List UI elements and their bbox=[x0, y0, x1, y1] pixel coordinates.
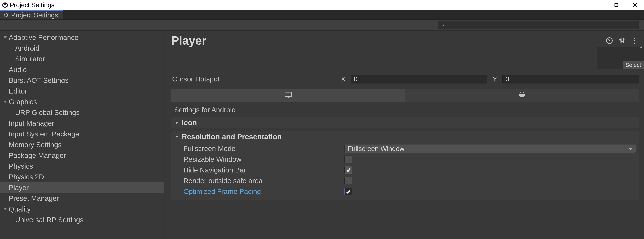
fullscreen-mode-dropdown[interactable]: Fullscreen Window bbox=[344, 144, 636, 153]
svg-point-17 bbox=[620, 39, 621, 40]
hide-nav-label: Hide Navigation Bar bbox=[184, 166, 344, 174]
settings-sidebar: Adaptive PerformanceAndroidSimulatorAudi… bbox=[0, 30, 164, 239]
sidebar-item-label: Preset Manager bbox=[9, 194, 59, 203]
platform-tab-standalone[interactable] bbox=[171, 89, 405, 102]
sidebar-item-quality[interactable]: Quality bbox=[0, 204, 164, 215]
sidebar-item-label: Universal RP Settings bbox=[15, 216, 84, 224]
svg-marker-32 bbox=[175, 136, 178, 138]
sidebar-item-label: Android bbox=[15, 44, 40, 52]
window-titlebar: Project Settings bbox=[0, 0, 644, 10]
sidebar-item-label: Adaptive Performance bbox=[9, 33, 78, 41]
optimized-pacing-label: Optimized Frame Pacing bbox=[184, 188, 344, 196]
select-button[interactable]: Select bbox=[623, 61, 644, 69]
section-icon-header[interactable]: Icon bbox=[171, 117, 639, 128]
hide-nav-checkbox[interactable] bbox=[344, 166, 352, 174]
sidebar-item-graphics[interactable]: Graphics bbox=[0, 97, 164, 107]
section-resolution: Resolution and Presentation Fullscreen M… bbox=[171, 131, 639, 200]
tab-strip: Project Settings ⋮ bbox=[0, 10, 644, 19]
tab-label: Project Settings bbox=[11, 11, 58, 19]
page-title: Player bbox=[171, 34, 602, 47]
sidebar-item-android[interactable]: Android bbox=[0, 43, 164, 54]
platform-tabs bbox=[171, 89, 639, 102]
svg-point-30 bbox=[522, 93, 523, 93]
svg-rect-28 bbox=[523, 97, 523, 98]
sidebar-item-label: Package Manager bbox=[9, 152, 66, 160]
sidebar-item-label: Player bbox=[9, 184, 29, 192]
resizable-window-row: Resizable Window bbox=[184, 154, 636, 165]
svg-point-13 bbox=[609, 42, 610, 42]
svg-marker-11 bbox=[4, 208, 7, 210]
cursor-hotspot-x-input[interactable] bbox=[351, 75, 487, 83]
chevron-right-icon bbox=[174, 120, 179, 125]
svg-marker-33 bbox=[629, 148, 632, 150]
help-button[interactable] bbox=[605, 36, 614, 45]
sidebar-item-audio[interactable]: Audio bbox=[0, 64, 164, 75]
kebab-icon: ⋮ bbox=[631, 37, 638, 44]
main-kebab-menu[interactable]: ⋮ bbox=[630, 36, 639, 45]
sidebar-item-input-manager[interactable]: Input Manager bbox=[0, 118, 164, 129]
sidebar-item-label: Input System Package bbox=[9, 130, 79, 138]
render-safe-checkbox[interactable] bbox=[344, 177, 352, 185]
tab-project-settings[interactable]: Project Settings bbox=[0, 10, 63, 19]
cursor-hotspot-row: Cursor Hotspot X Y bbox=[171, 74, 639, 84]
platform-caption: Settings for Android bbox=[171, 102, 639, 117]
svg-rect-26 bbox=[524, 94, 525, 96]
search-box[interactable] bbox=[438, 21, 639, 29]
sidebar-item-label: Input Manager bbox=[9, 119, 54, 127]
section-resolution-header[interactable]: Resolution and Presentation bbox=[171, 131, 639, 142]
chevron-down-icon bbox=[2, 98, 9, 105]
sidebar-item-label: Graphics bbox=[9, 98, 37, 106]
sidebar-item-editor[interactable]: Editor bbox=[0, 86, 164, 97]
sidebar-item-adaptive-performance[interactable]: Adaptive Performance bbox=[0, 32, 164, 43]
chevron-down-icon bbox=[174, 134, 179, 139]
section-icon-label: Icon bbox=[182, 118, 197, 127]
sidebar-item-label: URP Global Settings bbox=[15, 109, 80, 117]
minimize-button[interactable] bbox=[589, 0, 607, 10]
sidebar-item-label: Burst AOT Settings bbox=[9, 76, 68, 84]
sidebar-item-label: Editor bbox=[9, 87, 27, 95]
sidebar-item-universal-rp-settings[interactable]: Universal RP Settings bbox=[0, 215, 164, 225]
sidebar-item-urp-global-settings[interactable]: URP Global Settings bbox=[0, 107, 164, 118]
search-input[interactable] bbox=[446, 22, 636, 28]
search-strip bbox=[0, 19, 644, 30]
sidebar-item-physics-2d[interactable]: Physics 2D bbox=[0, 172, 164, 182]
sidebar-item-preset-manager[interactable]: Preset Manager bbox=[0, 193, 164, 204]
sidebar-item-physics[interactable]: Physics bbox=[0, 161, 164, 172]
fullscreen-mode-label: Fullscreen Mode bbox=[184, 145, 344, 153]
optimized-pacing-checkbox[interactable] bbox=[344, 188, 352, 196]
tab-kebab-menu[interactable]: ⋮ bbox=[636, 10, 644, 19]
cursor-hotspot-y-input[interactable] bbox=[502, 75, 639, 83]
resizable-window-checkbox[interactable] bbox=[344, 156, 352, 163]
sidebar-item-memory-settings[interactable]: Memory Settings bbox=[0, 139, 164, 150]
chevron-down-icon bbox=[629, 145, 632, 153]
sidebar-item-package-manager[interactable]: Package Manager bbox=[0, 150, 164, 161]
render-safe-label: Render outside safe area bbox=[184, 177, 344, 185]
window-title: Project Settings bbox=[10, 1, 589, 9]
hide-nav-row: Hide Navigation Bar bbox=[184, 165, 636, 176]
scroll-up-arrow[interactable] bbox=[639, 45, 643, 49]
resizable-window-label: Resizable Window bbox=[184, 155, 344, 163]
sidebar-item-burst-aot-settings[interactable]: Burst AOT Settings bbox=[0, 75, 164, 86]
texture-picker[interactable]: Select bbox=[597, 47, 644, 69]
sidebar-item-simulator[interactable]: Simulator bbox=[0, 54, 164, 64]
sidebar-item-input-system-package[interactable]: Input System Package bbox=[0, 129, 164, 139]
chevron-down-icon bbox=[2, 206, 9, 213]
maximize-button[interactable] bbox=[607, 0, 626, 10]
svg-rect-4 bbox=[615, 3, 618, 6]
sidebar-item-label: Physics 2D bbox=[9, 173, 44, 181]
svg-point-19 bbox=[623, 38, 624, 40]
x-label: X bbox=[339, 75, 347, 83]
settings-preset-button[interactable] bbox=[617, 36, 626, 45]
close-button[interactable] bbox=[626, 0, 644, 10]
kebab-icon: ⋮ bbox=[636, 11, 643, 18]
optimized-pacing-row: Optimized Frame Pacing bbox=[184, 186, 636, 197]
monitor-icon bbox=[284, 91, 293, 100]
section-icon: Icon bbox=[171, 117, 639, 128]
search-icon bbox=[440, 22, 445, 28]
svg-marker-20 bbox=[640, 46, 643, 48]
android-icon bbox=[518, 91, 526, 100]
svg-point-18 bbox=[621, 41, 622, 42]
sidebar-item-player[interactable]: Player bbox=[0, 182, 164, 193]
svg-marker-9 bbox=[4, 36, 7, 39]
platform-tab-android[interactable] bbox=[405, 89, 639, 102]
